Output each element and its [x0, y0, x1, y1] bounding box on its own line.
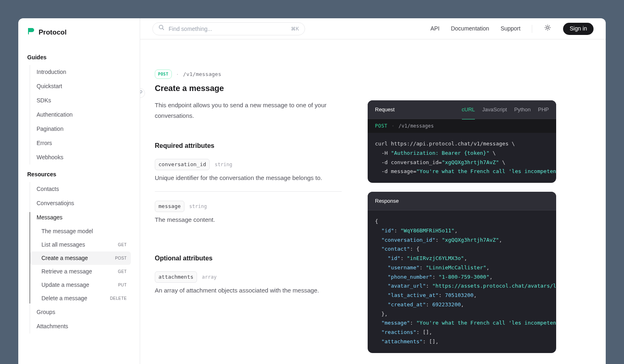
nav-introduction[interactable]: Introduction — [30, 65, 131, 79]
search-shortcut: ⌘K — [291, 25, 299, 32]
subnav-badge: POST — [115, 255, 127, 261]
search-icon — [158, 24, 165, 33]
nav-contacts[interactable]: Contacts — [30, 182, 131, 196]
required-heading: Required attributes — [155, 141, 342, 151]
nav-sdks[interactable]: SDKs — [30, 93, 131, 108]
request-code[interactable]: curl https://api.protocol.chat/v1/messag… — [368, 133, 556, 183]
nav-messages[interactable]: Messages — [30, 210, 131, 225]
nav-pagination[interactable]: Pagination — [30, 122, 131, 136]
response-panel: Response { "id": "WqY86BMFRiH5o11", "con… — [368, 192, 556, 353]
nav-attachments[interactable]: Attachments — [30, 319, 131, 334]
subnav-label: Update a message — [41, 281, 89, 289]
code-column: Request cURL JavaScript Python PHP POST … — [368, 69, 556, 364]
signin-button[interactable]: Sign in — [563, 23, 594, 35]
request-panel: Request cURL JavaScript Python PHP POST … — [368, 100, 556, 183]
brand-name: Protocol — [39, 27, 67, 38]
method-chip: POST — [155, 69, 172, 79]
attr-name: conversation_id — [155, 159, 210, 170]
subnav-badge: PUT — [118, 282, 127, 288]
main: ⌘K API Documentation Support Sign in — [140, 18, 606, 364]
attr-type: string — [189, 203, 207, 210]
logo-icon — [27, 27, 35, 38]
subnav-label: Create a message — [41, 254, 88, 262]
nav-authentication[interactable]: Authentication — [30, 108, 131, 122]
nav-group-resources: Resources Contacts Conversatiojns Messag… — [18, 165, 140, 334]
attr-name: message — [155, 201, 184, 212]
response-title: Response — [375, 197, 399, 205]
subnav-badge: GET — [118, 242, 127, 248]
request-method: POST — [375, 122, 388, 130]
endpoint-path: /v1/messages — [183, 70, 221, 78]
brand[interactable]: Protocol — [18, 27, 140, 48]
nav-groups[interactable]: Groups — [30, 305, 131, 319]
theme-toggle[interactable] — [544, 25, 552, 33]
app-frame: Protocol Guides Introduction Quickstart … — [18, 18, 606, 364]
nav-errors[interactable]: Errors — [30, 136, 131, 150]
separator-dot: · — [177, 70, 178, 78]
link-icon — [140, 89, 143, 98]
subnav-retrieve-message[interactable]: Retrieve a message GET — [30, 265, 131, 278]
attr-desc: The message content. — [155, 215, 342, 225]
intro-paragraph: This endpoint allows you to send a new m… — [155, 100, 342, 121]
attr-type: array — [202, 273, 217, 281]
subnav-label: Delete a message — [41, 294, 87, 303]
optional-heading: Optional attributes — [155, 254, 342, 263]
response-code[interactable]: { "id": "WqY86BMFRiH5o11", "conversation… — [368, 210, 556, 353]
nav-group-guides: Guides Introduction Quickstart SDKs Auth… — [18, 48, 140, 165]
request-subhead: POST · /v1/messages — [368, 119, 556, 133]
request-title: Request — [375, 106, 394, 114]
sidebar: Protocol Guides Introduction Quickstart … — [18, 18, 140, 364]
subnav-badge: GET — [118, 269, 127, 275]
nav-heading-guides: Guides — [27, 53, 131, 62]
attr-name: attachments — [155, 271, 197, 283]
subnav-update-message[interactable]: Update a message PUT — [30, 278, 131, 292]
topbar: ⌘K API Documentation Support Sign in — [140, 18, 606, 39]
subnav-label: Retrieve a message — [41, 267, 92, 276]
nav-heading-resources: Resources — [27, 170, 131, 179]
search-input[interactable] — [169, 26, 287, 32]
subnav-badge: DELETE — [110, 295, 127, 301]
top-links: API Documentation Support Sign in — [430, 23, 594, 35]
subnav-message-model[interactable]: The message model — [30, 225, 131, 238]
anchor-link-button[interactable] — [140, 88, 145, 98]
request-tabs: cURL JavaScript Python PHP — [462, 100, 549, 119]
request-path: /v1/messages — [399, 122, 434, 130]
doc-column: POST · /v1/messages Create a message Thi… — [155, 69, 342, 364]
tab-php[interactable]: PHP — [538, 100, 549, 119]
attr-message: message string The message content. — [155, 201, 342, 233]
tab-curl[interactable]: cURL — [462, 100, 475, 119]
page-title: Create a message — [155, 82, 342, 94]
divider — [532, 25, 532, 33]
nav-quickstart[interactable]: Quickstart — [30, 79, 131, 93]
toplink-api[interactable]: API — [430, 24, 440, 33]
content: POST · /v1/messages Create a message Thi… — [140, 39, 606, 364]
subnav-delete-message[interactable]: Delete a message DELETE — [30, 292, 131, 305]
svg-point-0 — [159, 25, 163, 29]
toplink-documentation[interactable]: Documentation — [451, 24, 489, 33]
subnav-create-message[interactable]: Create a message POST — [30, 251, 131, 265]
sun-icon — [544, 24, 551, 33]
subnav-label: The message model — [41, 227, 93, 236]
method-line: POST · /v1/messages — [155, 69, 342, 79]
toplink-support[interactable]: Support — [500, 24, 520, 33]
attr-conversation-id: conversation_id string Unique identifier… — [155, 159, 342, 192]
tab-javascript[interactable]: JavaScript — [482, 100, 507, 119]
attr-desc: An array of attachment objects associate… — [155, 286, 342, 295]
subnav-list-messages[interactable]: List all messages GET — [30, 238, 131, 251]
svg-point-1 — [547, 26, 549, 28]
tab-python[interactable]: Python — [514, 100, 531, 119]
attr-type: string — [214, 161, 232, 168]
attr-attachments: attachments array An array of attachment… — [155, 271, 342, 304]
nav-webhooks[interactable]: Webhooks — [30, 150, 131, 165]
search[interactable]: ⌘K — [152, 22, 305, 35]
subnav-label: List all messages — [41, 240, 85, 249]
attr-desc: Unique identifier for the conversation t… — [155, 173, 342, 183]
nav-conversations[interactable]: Conversatiojns — [30, 196, 131, 210]
